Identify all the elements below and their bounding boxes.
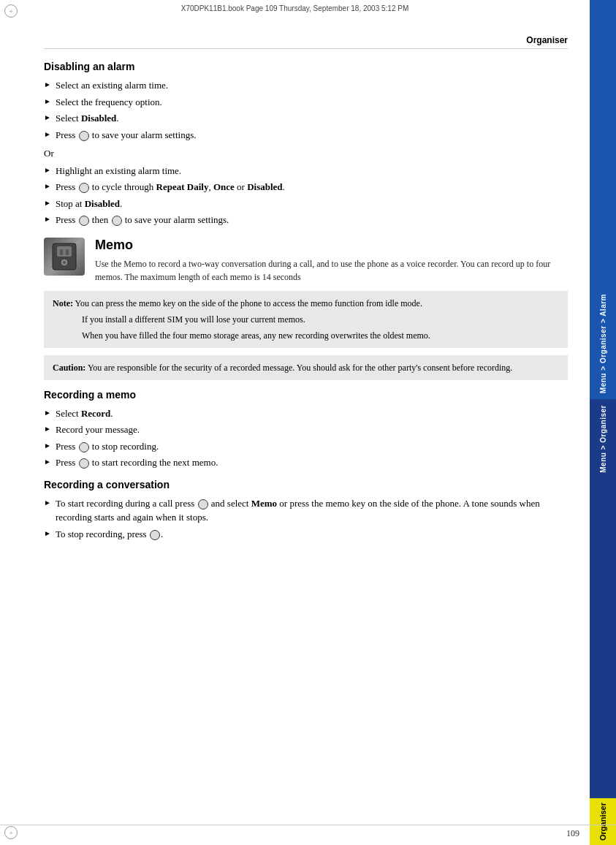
note-line-3: When you have filled the four memo stora…	[82, 329, 559, 342]
button-icon	[79, 216, 89, 226]
button-icon	[79, 458, 89, 469]
recording-memo-heading: Recording a memo	[44, 389, 568, 401]
list-item: ► Press to save your alarm settings.	[44, 128, 568, 143]
corner-mark-tl	[4, 4, 19, 19]
bullet-arrow: ►	[44, 456, 51, 467]
bullet-arrow: ►	[44, 79, 51, 90]
bullet-arrow: ►	[44, 129, 51, 140]
bottom-border	[0, 825, 616, 845]
step-text: Select Disabled.	[56, 111, 119, 126]
memo-description: Use the Memo to record a two-way convers…	[95, 257, 568, 284]
main-content: Organiser Disabling an alarm ► Select an…	[0, 20, 590, 825]
recording-conversation-steps: ► To start recording during a call press…	[44, 496, 568, 542]
memo-icon	[44, 238, 85, 276]
bullet-arrow: ►	[44, 112, 51, 123]
svg-rect-5	[66, 249, 69, 255]
bullet-arrow: ►	[44, 197, 51, 208]
caution-box: Caution: You are responsible for the sec…	[44, 355, 568, 380]
list-item: ► Stop at Disabled.	[44, 197, 568, 211]
note-line-2: If you install a different SIM you will …	[82, 313, 559, 326]
step-text: To stop recording, press .	[56, 527, 163, 542]
button-icon	[150, 530, 160, 540]
list-item: ► To stop recording, press .	[44, 527, 568, 542]
memo-icon-inner	[44, 238, 85, 276]
bullet-arrow: ►	[44, 181, 51, 192]
button-icon	[79, 131, 89, 141]
list-item: ► Press to start recording the next memo…	[44, 455, 568, 470]
step-text: Select Record.	[56, 406, 113, 421]
caution-label: Caution:	[53, 363, 85, 373]
sidebar-menu-organiser: Menu > Organiser	[590, 399, 616, 798]
recording-conversation-heading: Recording a conversation	[44, 479, 568, 490]
note-box: Note: You can press the memo key on the …	[44, 291, 568, 348]
book-info: X70DPK11B1.book Page 109 Thursday, Septe…	[0, 4, 590, 12]
disabling-steps-2: ► Highlight an existing alarm time. ► Pr…	[44, 164, 568, 227]
list-item: ► To start recording during a call press…	[44, 496, 568, 525]
list-item: ► Select Record.	[44, 406, 568, 421]
bullet-arrow: ►	[44, 528, 51, 539]
list-item: ► Press to stop recording.	[44, 439, 568, 454]
sidebar-mid-label: Menu > Organiser	[599, 405, 607, 473]
bullet-arrow: ►	[44, 497, 51, 508]
list-item: ► Select an existing alarm time.	[44, 78, 568, 93]
svg-rect-4	[60, 249, 63, 255]
bullet-arrow: ►	[44, 96, 51, 107]
note-label: Note:	[53, 298, 73, 308]
bullet-arrow: ►	[44, 407, 51, 418]
button-icon	[79, 442, 89, 452]
step-text: Press then to save your alarm settings.	[56, 213, 229, 227]
step-text: Press to cycle through Repeat Daily, Onc…	[56, 180, 285, 194]
list-item: ► Highlight an existing alarm time.	[44, 164, 568, 178]
step-text: Press to start recording the next memo.	[56, 455, 218, 470]
list-item: ► Select Disabled.	[44, 111, 568, 126]
page-header: Organiser	[44, 35, 568, 49]
disabling-alarm-heading: Disabling an alarm	[44, 61, 568, 72]
step-text: Select the frequency option.	[56, 95, 162, 110]
recording-memo-steps: ► Select Record. ► Record your message. …	[44, 406, 568, 470]
list-item: ► Select the frequency option.	[44, 95, 568, 110]
svg-rect-1	[57, 246, 72, 257]
button-icon	[112, 216, 122, 226]
bullet-arrow: ►	[44, 423, 51, 434]
sidebar-top-label: Menu > Organiser > Alarm	[599, 294, 607, 393]
step-text: Stop at Disabled.	[56, 197, 122, 211]
step-text: Press to save your alarm settings.	[56, 128, 197, 143]
step-text: Press to stop recording.	[56, 439, 159, 454]
step-text: Highlight an existing alarm time.	[56, 164, 181, 178]
memo-svg-icon	[50, 240, 79, 273]
note-line-1: You can press the memo key on the side o…	[75, 298, 422, 308]
header-title: Organiser	[526, 35, 568, 45]
memo-section: Memo Use the Memo to record a two-way co…	[44, 238, 568, 284]
bullet-arrow: ►	[44, 213, 51, 224]
step-text: Record your message.	[56, 422, 140, 437]
step-text: Select an existing alarm time.	[56, 78, 168, 93]
bullet-arrow: ►	[44, 440, 51, 451]
book-info-text: X70DPK11B1.book Page 109 Thursday, Septe…	[181, 4, 409, 12]
step-text: To start recording during a call press a…	[56, 496, 568, 525]
memo-title: Memo	[95, 238, 568, 253]
list-item: ► Record your message.	[44, 422, 568, 437]
memo-title-block: Memo Use the Memo to record a two-way co…	[95, 238, 568, 284]
svg-point-3	[63, 261, 66, 264]
caution-text: You are responsible for the security of …	[88, 363, 512, 373]
list-item: ► Press then to save your alarm settings…	[44, 213, 568, 227]
sidebar-menu-organiser-alarm: Menu > Organiser > Alarm	[590, 0, 616, 399]
button-icon	[79, 183, 89, 193]
right-sidebar: Menu > Organiser > Alarm Menu > Organise…	[590, 0, 616, 845]
bullet-arrow: ►	[44, 164, 51, 175]
disabling-steps-1: ► Select an existing alarm time. ► Selec…	[44, 78, 568, 142]
button-icon	[198, 499, 208, 509]
list-item: ► Press to cycle through Repeat Daily, O…	[44, 180, 568, 194]
or-text: Or	[44, 146, 568, 161]
